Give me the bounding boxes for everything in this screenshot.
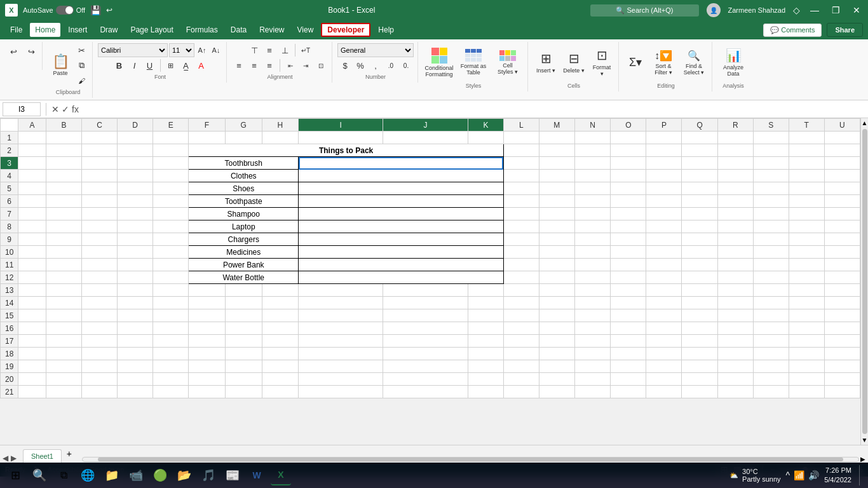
cell-N9[interactable] [575,233,611,246]
col-header-S[interactable]: S [753,119,789,132]
cell-I13[interactable] [299,284,383,297]
cell-J15[interactable] [383,309,468,322]
cell-M3[interactable] [539,157,574,170]
cell-C10[interactable] [81,246,117,259]
cell-B15[interactable] [46,309,81,322]
cell-F21[interactable] [189,386,226,398]
cell-S10[interactable] [753,246,789,259]
cell-S20[interactable] [753,373,789,386]
row-header-21[interactable]: 21 [1,386,18,398]
cell-N15[interactable] [575,309,611,322]
cell-M8[interactable] [539,220,574,233]
cell-D17[interactable] [118,335,153,348]
cell-H19[interactable] [262,360,299,373]
align-middle-button[interactable]: ≡ [262,43,276,57]
insert-function-icon[interactable]: fx [72,104,79,114]
cell-S15[interactable] [753,309,789,322]
cell-P11[interactable] [646,259,682,271]
menu-item-draw[interactable]: Draw [95,23,123,37]
cell-R13[interactable] [717,284,753,297]
cell-K13[interactable] [468,284,503,297]
cell-C1[interactable] [81,132,117,144]
cell-A5[interactable] [18,182,46,195]
cell-R8[interactable] [717,220,753,233]
format-cells-button[interactable]: ⊡ Format ▾ [589,43,614,81]
cell-L16[interactable] [503,322,539,335]
cell-A13[interactable] [18,284,46,297]
delete-cells-button[interactable]: ⊟ Delete ▾ [561,43,587,81]
cell-C18[interactable] [81,348,117,360]
col-header-Q[interactable]: Q [682,119,717,132]
cell-Q13[interactable] [682,284,717,297]
cell-E4[interactable] [153,170,189,182]
undo-button[interactable]: ↩ [5,43,22,60]
cell-A20[interactable] [18,373,46,386]
cell-R21[interactable] [717,386,753,398]
cell-D2[interactable] [118,144,153,157]
cell-C12[interactable] [81,271,117,284]
cell-A9[interactable] [18,233,46,246]
cell-H17[interactable] [262,335,299,348]
cell-Q14[interactable] [682,297,717,309]
dec-increase-button[interactable]: 0. [399,58,413,72]
cell-P18[interactable] [646,348,682,360]
cell-T1[interactable] [789,132,824,144]
cell-U9[interactable] [824,233,860,246]
row-header-2[interactable]: 2 [1,144,18,157]
cell-E1[interactable] [153,132,189,144]
align-top-button[interactable]: ⊤ [247,43,261,57]
cell-T14[interactable] [789,297,824,309]
cell-N2[interactable] [575,144,611,157]
cell-T18[interactable] [789,348,824,360]
cell-E21[interactable] [153,386,189,398]
row-header-16[interactable]: 16 [1,322,18,335]
cut-button[interactable]: ✂ [74,43,88,57]
cell-E2[interactable] [153,144,189,157]
col-header-F[interactable]: F [189,119,226,132]
cell-S6[interactable] [753,195,789,208]
cell-L11[interactable] [503,259,539,271]
cell-J14[interactable] [383,297,468,309]
cell-D21[interactable] [118,386,153,398]
cell-F14[interactable] [189,297,226,309]
cell-G17[interactable] [225,335,262,348]
cell-C7[interactable] [81,208,117,220]
cell-U16[interactable] [824,322,860,335]
cell-Q7[interactable] [682,208,717,220]
cell-M2[interactable] [539,144,574,157]
grid-scroll-area[interactable]: A B C D E F G H I J K L M N O P Q [0,118,860,445]
cell-D19[interactable] [118,360,153,373]
cell-D9[interactable] [118,233,153,246]
cell-N5[interactable] [575,182,611,195]
cell-T19[interactable] [789,360,824,373]
cell-F13[interactable] [189,284,226,297]
cell-O2[interactable] [611,144,646,157]
cell-J20[interactable] [383,373,468,386]
cell-U4[interactable] [824,170,860,182]
cell-J16[interactable] [383,322,468,335]
cell-R18[interactable] [717,348,753,360]
cell-N4[interactable] [575,170,611,182]
cell-E17[interactable] [153,335,189,348]
cell-B1[interactable] [46,132,81,144]
cell-F6[interactable]: Toothpaste [189,195,299,208]
add-sheet-button[interactable]: + [63,447,76,460]
cell-S3[interactable] [753,157,789,170]
cell-T10[interactable] [789,246,824,259]
row-header-11[interactable]: 11 [1,259,18,271]
cell-F10[interactable]: Medicines [189,246,299,259]
edge-taskbar-icon[interactable]: 🌐 [78,465,98,485]
bold-button[interactable]: B [112,58,126,72]
cell-P9[interactable] [646,233,682,246]
cell-L20[interactable] [503,373,539,386]
cell-T7[interactable] [789,208,824,220]
cell-A12[interactable] [18,271,46,284]
cell-B10[interactable] [46,246,81,259]
cell-Q18[interactable] [682,348,717,360]
cell-L3[interactable] [503,157,539,170]
cell-I14[interactable] [299,297,383,309]
cell-C16[interactable] [81,322,117,335]
row-header-4[interactable]: 4 [1,170,18,182]
cell-C13[interactable] [81,284,117,297]
autosave-toggle[interactable] [56,6,74,15]
